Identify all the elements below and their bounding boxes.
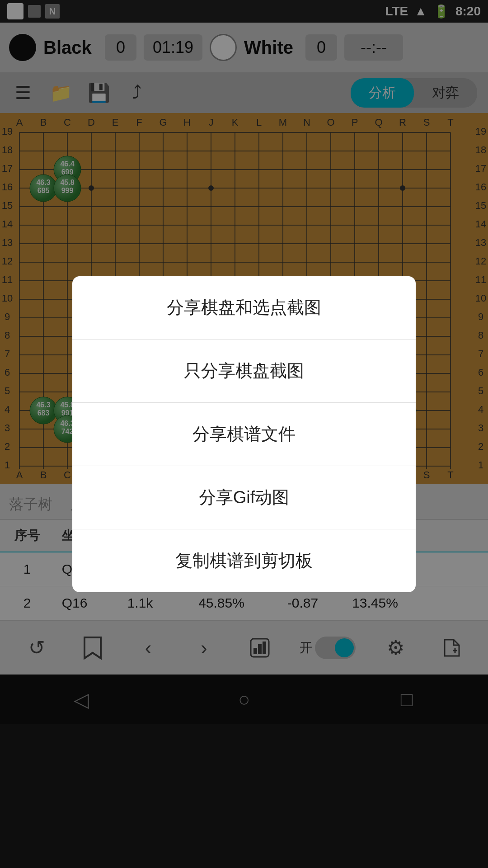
copy-to-clipboard[interactable]: 复制棋谱到剪切板 — [72, 529, 416, 592]
share-game-record[interactable]: 分享棋谱文件 — [72, 403, 416, 466]
share-modal: 分享棋盘和选点截图 只分享棋盘截图 分享棋谱文件 分享Gif动图 复制棋谱到剪切… — [72, 276, 416, 592]
share-board-only[interactable]: 只分享棋盘截图 — [72, 340, 416, 403]
share-modal-overlay[interactable]: 分享棋盘和选点截图 只分享棋盘截图 分享棋谱文件 分享Gif动图 复制棋谱到剪切… — [0, 0, 488, 868]
share-board-with-points[interactable]: 分享棋盘和选点截图 — [72, 276, 416, 340]
share-gif[interactable]: 分享Gif动图 — [72, 466, 416, 529]
